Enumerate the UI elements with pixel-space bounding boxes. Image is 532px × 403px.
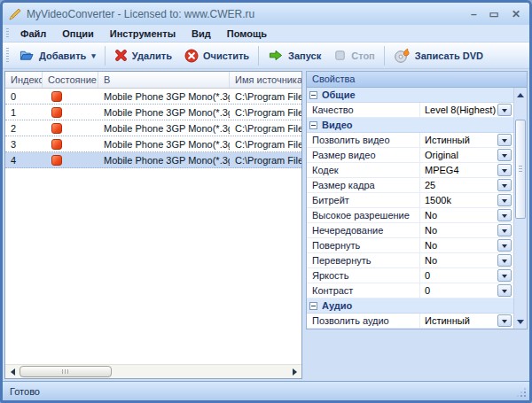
- collapse-icon[interactable]: [309, 121, 317, 129]
- row-source-path: C:\Program Files\: [230, 91, 301, 102]
- scroll-up-icon[interactable]: [514, 89, 527, 101]
- dropdown-button[interactable]: [497, 239, 512, 252]
- dropdown-button[interactable]: [497, 179, 512, 191]
- folder-add-icon: [19, 49, 35, 62]
- dropdown-button[interactable]: [497, 209, 512, 221]
- dropdown-button[interactable]: [497, 149, 512, 161]
- menu-view[interactable]: Вид: [184, 27, 219, 41]
- clear-button-label: Очистить: [203, 50, 249, 61]
- row-index: 1: [5, 107, 43, 118]
- property-value: No: [420, 240, 497, 251]
- status-square-icon: [51, 155, 62, 166]
- stop-button[interactable]: Стоп: [327, 46, 381, 65]
- property-label: Перевернуть: [307, 253, 420, 267]
- title-bar: MyVideoConverter - Licensed to: www.CWER…: [3, 3, 529, 25]
- dropdown-button[interactable]: [497, 269, 512, 282]
- property-row-deinterlace: Нечередование No: [307, 223, 513, 238]
- property-value: No: [420, 255, 497, 266]
- group-label: Общие: [322, 89, 356, 100]
- menu-options[interactable]: Опции: [54, 27, 102, 41]
- dropdown-button[interactable]: [497, 104, 512, 116]
- dropdown-button[interactable]: [497, 134, 512, 146]
- row-source-path: C:\Program Files\: [230, 123, 301, 134]
- resize-grip-icon[interactable]: [524, 395, 526, 397]
- property-label: Качество: [307, 103, 420, 117]
- delete-button[interactable]: Удалить: [108, 46, 178, 65]
- file-list-panel: Индекс Состояние В Имя источника 0 Mobil…: [4, 71, 302, 379]
- dropdown-button[interactable]: [497, 254, 512, 267]
- maximize-icon[interactable]: ▭: [489, 9, 499, 19]
- table-row[interactable]: 1 Mobile Phone 3GP Mono(*.3gp) C:\Progra…: [5, 105, 301, 120]
- property-value: Истинный: [420, 135, 497, 145]
- status-square-icon: [51, 123, 62, 134]
- menu-file[interactable]: Файл: [12, 27, 54, 41]
- scroll-down-icon[interactable]: [514, 315, 527, 328]
- burn-dvd-button[interactable]: Записать DVD: [387, 45, 489, 66]
- property-label: Кодек: [307, 163, 420, 177]
- menu-help[interactable]: Помощь: [219, 27, 275, 41]
- menu-grip: [6, 28, 9, 39]
- dropdown-arrow-icon: [502, 244, 507, 251]
- vertical-scrollbar[interactable]: [513, 88, 527, 329]
- horizontal-scrollbar-thumb[interactable]: [20, 366, 112, 377]
- table-row[interactable]: 2 Mobile Phone 3GP Mono(*.3gp) C:\Progra…: [5, 120, 301, 136]
- property-row-enable-video: Позволить видео Истинный: [307, 133, 513, 148]
- column-header-state[interactable]: Состояние: [43, 72, 98, 88]
- property-row-enable-audio: Позволить аудио Истинный: [307, 314, 513, 329]
- property-label: Размер кадра: [307, 178, 420, 192]
- dropdown-arrow-icon: [502, 229, 507, 236]
- properties-title: Свойства: [307, 72, 527, 88]
- table-row-selected[interactable]: 4 Mobile Phone 3GP Mono(*.3gp) C:\Progra…: [5, 152, 301, 168]
- status-square-icon: [51, 139, 62, 150]
- horizontal-scrollbar[interactable]: [5, 364, 301, 378]
- table-empty-area: [5, 168, 301, 364]
- dropdown-button[interactable]: [497, 284, 512, 297]
- dropdown-button[interactable]: [497, 224, 512, 236]
- properties-body: Общие Качество Level 8(Highest) Видео По…: [307, 88, 527, 329]
- menu-tools[interactable]: Инструменты: [102, 27, 184, 41]
- dropdown-arrow-icon: [502, 199, 507, 205]
- status-bar: Готово: [3, 381, 529, 400]
- column-header-index[interactable]: Индекс: [5, 72, 43, 88]
- column-header-source[interactable]: Имя источника: [230, 72, 301, 88]
- group-header-general[interactable]: Общие: [307, 88, 513, 103]
- property-value: Level 8(Highest): [420, 105, 497, 115]
- start-button[interactable]: Запуск: [262, 46, 327, 65]
- group-header-video[interactable]: Видео: [307, 118, 513, 133]
- collapse-icon[interactable]: [309, 91, 317, 99]
- row-index: 2: [5, 123, 43, 134]
- group-label: Аудио: [322, 300, 352, 311]
- row-source-path: C:\Program Files\: [230, 155, 301, 166]
- property-value: Истинный: [420, 315, 497, 326]
- dropdown-button[interactable]: [497, 194, 512, 206]
- start-arrow-icon: [268, 49, 284, 62]
- property-value: No: [420, 210, 497, 221]
- column-header-to[interactable]: В: [98, 72, 230, 88]
- dropdown-button[interactable]: [497, 314, 512, 327]
- properties-grid: Общие Качество Level 8(Highest) Видео По…: [307, 88, 513, 329]
- collapse-icon[interactable]: [309, 302, 317, 310]
- property-label: Нечередование: [307, 223, 420, 237]
- dropdown-button[interactable]: [497, 164, 512, 176]
- property-label: Позволить аудио: [307, 314, 420, 328]
- vertical-scrollbar-thumb[interactable]: [515, 120, 526, 219]
- minimize-icon[interactable]: –: [471, 9, 477, 19]
- scroll-right-icon[interactable]: [288, 365, 301, 378]
- toolbar-separator: [258, 46, 259, 66]
- scroll-left-icon[interactable]: [6, 365, 19, 378]
- row-state-cell: [43, 107, 98, 118]
- group-header-audio[interactable]: Аудио: [307, 298, 513, 314]
- window-title: MyVideoConverter - Licensed to: www.CWER…: [27, 8, 471, 20]
- add-button[interactable]: Добавить ▾: [12, 46, 102, 65]
- app-pencil-icon: [8, 7, 22, 21]
- row-source-path: C:\Program Files\: [230, 107, 301, 118]
- close-icon[interactable]: ✕: [512, 9, 520, 19]
- table-row[interactable]: 3 Mobile Phone 3GP Mono(*.3gp) C:\Progra…: [5, 136, 301, 152]
- start-button-label: Запуск: [288, 50, 321, 61]
- dropdown-arrow-icon: [502, 154, 507, 160]
- row-target-format: Mobile Phone 3GP Mono(*.3gp): [98, 91, 230, 102]
- clear-button[interactable]: Очистить: [178, 46, 255, 66]
- row-index: 3: [5, 139, 43, 150]
- table-row[interactable]: 0 Mobile Phone 3GP Mono(*.3gp) C:\Progra…: [5, 89, 301, 105]
- row-state-cell: [43, 155, 98, 166]
